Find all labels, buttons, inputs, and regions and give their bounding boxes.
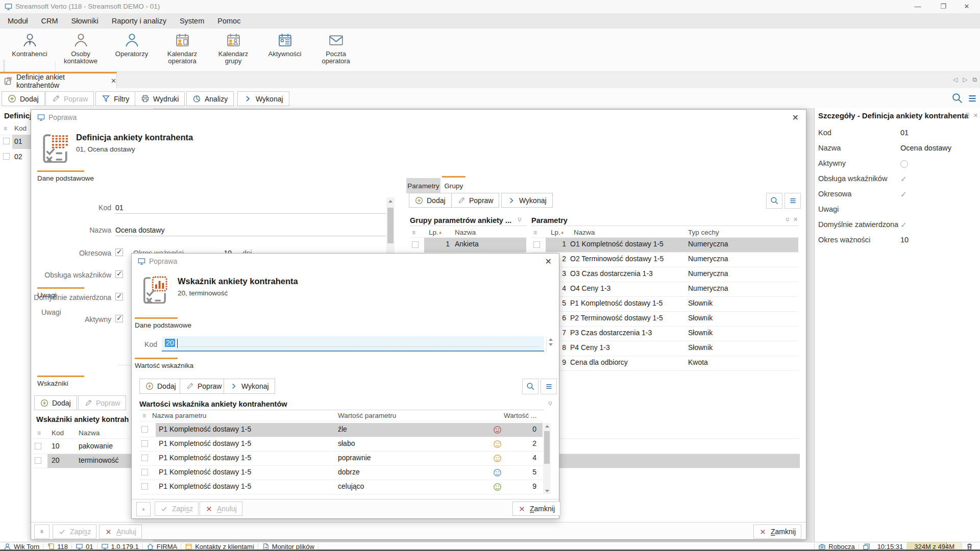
tab-close-icon[interactable]: ✕: [111, 77, 116, 85]
param-popraw-button[interactable]: Popraw: [451, 193, 499, 208]
zamknij-button[interactable]: Zamknij: [753, 524, 801, 539]
appbtn-4[interactable]: Kalendarz grupy: [209, 31, 257, 65]
maximize-button[interactable]: ❐: [932, 0, 954, 13]
col-nazwa[interactable]: Nazwa: [574, 229, 595, 236]
wsk-popraw-button[interactable]: Popraw: [78, 395, 126, 410]
row-checkbox[interactable]: [141, 469, 148, 475]
grupa-row[interactable]: 1 Ankieta: [410, 238, 526, 253]
param-row[interactable]: 2 O2 Terminowość dostawy 1-5 Numeryczna: [531, 253, 798, 267]
okresowa-checkbox[interactable]: [115, 248, 123, 256]
kod-input[interactable]: 20: [162, 336, 544, 352]
dialog1-close-icon[interactable]: ✕: [792, 113, 799, 122]
grid-menu-icon[interactable]: [967, 93, 978, 104]
col-wartosc[interactable]: Wartość ...: [491, 412, 536, 419]
dialog2-header[interactable]: Poprawa ✕: [132, 254, 559, 269]
subtab-grupy[interactable]: Grupy: [442, 178, 465, 193]
row-checkbox[interactable]: [3, 138, 10, 144]
toolbar-analizy-button[interactable]: Analizy: [186, 91, 234, 106]
row-checkbox[interactable]: [141, 455, 148, 461]
value-row[interactable]: P1 Kompletność dostawy 1-5 źle 0: [139, 423, 543, 437]
column-menu-icon[interactable]: ≡: [412, 229, 415, 236]
param-row[interactable]: 3 O3 Czas dostarczenia 1-3 Numeryczna: [531, 267, 798, 282]
anuluj-button[interactable]: Anuluj: [200, 502, 242, 516]
column-menu-icon[interactable]: ≡: [4, 125, 7, 132]
col-wartosc-parametru[interactable]: Wartość parametru: [338, 412, 396, 419]
dialog2-close-icon[interactable]: ✕: [545, 257, 552, 266]
d2-search-icon[interactable]: [522, 379, 538, 394]
tab-list-icon[interactable]: ⧉: [972, 76, 977, 83]
toolbar-dodaj-button[interactable]: Dodaj: [2, 91, 45, 106]
appbtn-2[interactable]: Operatorzy: [108, 31, 156, 58]
param-row[interactable]: 7 P3 Czas dostarczenia 1-3 Słownik: [531, 327, 798, 341]
param-row[interactable]: 6 P2 Terminowość dostawy 1-5 Słownik: [531, 312, 798, 327]
col-nazwa-parametru[interactable]: Nazwa parametru: [152, 412, 207, 419]
d2-wykonaj-button[interactable]: Wykonaj: [224, 379, 275, 394]
aktywny-checkbox[interactable]: [115, 315, 123, 322]
d2-menu-icon[interactable]: [541, 379, 557, 394]
toolbar-filtry-button[interactable]: Filtry: [95, 91, 135, 106]
kod-value[interactable]: 01: [115, 204, 124, 212]
col-nazwa[interactable]: Nazwa: [79, 429, 100, 437]
value-row[interactable]: P1 Kompletność dostawy 1-5 celująco 9: [139, 480, 543, 494]
toolbar-popraw-button[interactable]: Popraw: [45, 91, 94, 106]
row-checkbox[interactable]: [141, 440, 148, 447]
zamknij-button[interactable]: Zamknij: [512, 502, 560, 516]
close-panel-icon[interactable]: ✕: [973, 112, 978, 119]
column-menu-icon[interactable]: ≡: [142, 412, 146, 419]
wsk-dodaj-button[interactable]: Dodaj: [34, 395, 77, 410]
menu-crm[interactable]: CRM: [35, 17, 65, 25]
param-menu-icon[interactable]: [785, 193, 801, 209]
tab-definicje-ankiet[interactable]: Definicje ankiet kontrahentów ✕: [0, 72, 117, 88]
menu-modu-[interactable]: Moduł: [1, 17, 35, 25]
toolbar-wydruki-button[interactable]: Wydruki: [135, 91, 185, 106]
footer-menu-icon[interactable]: [34, 524, 50, 539]
value-row[interactable]: P1 Kompletność dostawy 1-5 dobrze 5: [139, 466, 543, 480]
param-close-icon[interactable]: ✕: [793, 216, 798, 223]
grupy-pin-icon[interactable]: [517, 217, 522, 223]
d2-popraw-button[interactable]: Popraw: [180, 379, 228, 394]
form-scrollbar[interactable]: [386, 197, 395, 254]
values-scrollbar[interactable]: [543, 423, 551, 494]
param-row[interactable]: 5 P1 Kompletność dostawy 1-5 Słownik: [531, 297, 798, 312]
col-lp[interactable]: Lp.▲: [551, 229, 565, 236]
dialog1-header[interactable]: Poprawa ✕: [31, 110, 806, 125]
kod-spinner[interactable]: [546, 336, 555, 353]
zapisz-button[interactable]: Zapisz: [53, 524, 96, 539]
col-lp[interactable]: Lp.▲: [429, 229, 443, 236]
tab-scroll-left-icon[interactable]: ◁: [953, 76, 958, 83]
row-checkbox[interactable]: [141, 483, 148, 490]
param-row[interactable]: 8 P4 Ceny 1-3 Słownik: [531, 341, 798, 356]
pin-icon[interactable]: [965, 112, 970, 119]
appbtn-3[interactable]: Kalendarz operatora: [158, 31, 206, 65]
menu-s-owniki[interactable]: Słowniki: [65, 17, 105, 25]
search-icon[interactable]: [951, 92, 964, 105]
appbtn-5[interactable]: Aktywności: [261, 31, 309, 58]
menu-pomoc[interactable]: Pomoc: [211, 17, 247, 25]
toolbar-wykonaj-button[interactable]: Wykonaj: [237, 91, 289, 106]
col-nazwa[interactable]: Nazwa: [455, 229, 476, 236]
param-pin-icon[interactable]: [785, 217, 790, 223]
param-row[interactable]: 4 O4 Ceny 1-3 Numeryczna: [531, 282, 798, 297]
tab-scroll-right-icon[interactable]: ▷: [963, 76, 967, 83]
column-kod[interactable]: Kod: [14, 124, 27, 132]
zapisz-button[interactable]: Zapisz: [155, 502, 199, 516]
column-menu-icon[interactable]: ≡: [37, 429, 41, 437]
param-dodaj-button[interactable]: Dodaj: [409, 193, 452, 208]
footer-menu-icon[interactable]: [136, 502, 151, 516]
nazwa-value[interactable]: Ocena dostawy: [115, 226, 165, 234]
close-button[interactable]: ✕: [955, 0, 978, 13]
subtab-parametry[interactable]: Parametry: [406, 178, 440, 193]
appbtn-6[interactable]: Poczta operatora: [312, 31, 360, 65]
value-row[interactable]: P1 Kompletność dostawy 1-5 słabo 2: [139, 437, 543, 452]
menu-system[interactable]: System: [173, 17, 211, 25]
param-row[interactable]: 9 Cena dla odbiorcy Kwota: [531, 356, 798, 371]
row-checkbox[interactable]: [533, 241, 540, 248]
value-row[interactable]: P1 Kompletność dostawy 1-5 poprawnie 4: [139, 452, 543, 466]
anuluj-button[interactable]: Anuluj: [99, 524, 142, 539]
appbtn-0[interactable]: Kontrahenci: [6, 31, 54, 58]
row-checkbox[interactable]: [3, 153, 10, 160]
param-row[interactable]: 1 O1 Kompletność dostawy 1-5 Numeryczna: [531, 238, 798, 253]
row-checkbox[interactable]: [35, 443, 41, 449]
d2-dodaj-button[interactable]: Dodaj: [139, 379, 182, 394]
param-search-icon[interactable]: [766, 193, 782, 209]
